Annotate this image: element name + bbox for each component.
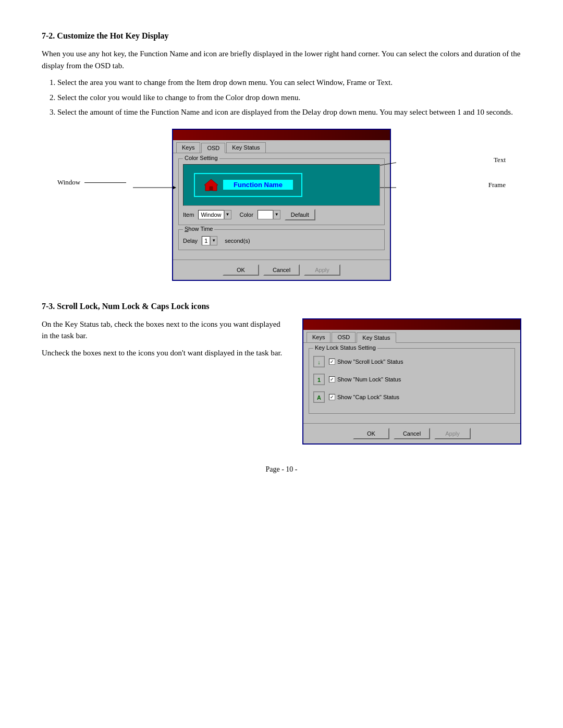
osd-dialog-container: Window Text Frame xyxy=(42,129,521,281)
color-label: Color xyxy=(240,212,253,218)
key-lock-label: Key Lock Status Setting xyxy=(313,344,377,351)
svg-rect-4 xyxy=(210,187,213,191)
show-time-group: Show Time Delay 1 ▼ second(s) xyxy=(178,229,385,250)
text-annotation: Text xyxy=(494,156,506,164)
num-lock-checkbox-label[interactable]: ✓ Show "Num Lock" Status xyxy=(329,376,401,382)
delay-select[interactable]: 1 ▼ xyxy=(202,236,217,245)
seconds-label: second(s) xyxy=(225,238,250,244)
num-lock-icon: 1 xyxy=(313,374,325,385)
frame-annotation: Frame xyxy=(488,181,506,189)
key-lock-group: Key Lock Status Setting ↓ ✓ Show "Scro xyxy=(309,348,515,414)
house-icon xyxy=(203,178,219,192)
caps-lock-row: A ✓ Show "Cap Lock" Status xyxy=(313,391,510,403)
section2-para2: Uncheck the boxes next to the icons you … xyxy=(42,347,287,359)
default-button[interactable]: Default xyxy=(285,209,315,220)
ks-ok-button[interactable]: OK xyxy=(353,428,389,439)
key-status-titlebar xyxy=(303,319,520,330)
item-select-value[interactable]: Window xyxy=(198,210,224,219)
tab-keystatus[interactable]: Key Status xyxy=(226,142,265,153)
osd-window-box: Function Name xyxy=(194,173,302,197)
svg-text:A: A xyxy=(317,394,321,400)
tab-osd[interactable]: OSD xyxy=(201,143,225,153)
num-lock-row: 1 ✓ Show "Num Lock" Status xyxy=(313,374,510,385)
section-para-1: When you use any hot key, the Function N… xyxy=(42,48,521,71)
delay-label: Delay xyxy=(183,238,198,244)
item-select-arrow[interactable]: ▼ xyxy=(224,210,231,219)
color-setting-label: Color Setting xyxy=(183,155,219,161)
footer-text: Page - 10 - xyxy=(265,465,297,473)
show-time-label: Show Time xyxy=(183,226,214,232)
key-status-tabs[interactable]: Keys OSD Key Status xyxy=(303,330,520,343)
caps-lock-text: Show "Cap Lock" Status xyxy=(337,394,399,400)
section-heading-7-2: 7-2. Customize the Hot Key Display xyxy=(42,31,521,41)
dialog-titlebar xyxy=(173,130,390,140)
section-two-layout: On the Key Status tab, check the boxes n… xyxy=(42,318,521,445)
osd-preview: Function Name xyxy=(183,164,380,206)
caps-lock-checkbox-label[interactable]: ✓ Show "Cap Lock" Status xyxy=(329,394,399,400)
ks-cancel-button[interactable]: Cancel xyxy=(394,428,430,439)
step-2: Select the color you would like to chang… xyxy=(57,92,521,104)
ks-dialog-buttons: OK Cancel Apply xyxy=(303,423,520,443)
color-setting-group: Color Setting Function Name Item xyxy=(178,158,385,225)
ok-button[interactable]: OK xyxy=(223,264,259,276)
scroll-lock-icon: ↓ xyxy=(313,356,325,367)
tab-keys[interactable]: Keys xyxy=(176,142,200,153)
step-1: Select the area you want to change from … xyxy=(57,77,521,89)
svg-text:1: 1 xyxy=(317,376,321,382)
scroll-lock-row: ↓ ✓ Show "Scroll Lock" Status xyxy=(313,356,510,367)
window-annotation: Window xyxy=(57,178,126,187)
page-footer: Page - 10 - xyxy=(42,465,521,474)
svg-text:↓: ↓ xyxy=(317,359,320,365)
ks-tab-keys[interactable]: Keys xyxy=(307,332,331,342)
section2-para1: On the Key Status tab, check the boxes n… xyxy=(42,318,287,342)
scroll-lock-checkbox-label[interactable]: ✓ Show "Scroll Lock" Status xyxy=(329,359,403,365)
ks-tab-osd[interactable]: OSD xyxy=(332,332,356,342)
dialog-tabs[interactable]: Keys OSD Key Status xyxy=(173,140,390,153)
ks-apply-button[interactable]: Apply xyxy=(434,428,471,439)
section-7-3: 7-3. Scroll Lock, Num Lock & Caps Lock i… xyxy=(42,302,521,445)
apply-button[interactable]: Apply xyxy=(304,264,340,276)
scroll-lock-checkbox[interactable]: ✓ xyxy=(329,359,335,365)
steps-list: Select the area you want to change from … xyxy=(57,77,521,118)
section-two-text: On the Key Status tab, check the boxes n… xyxy=(42,318,287,445)
color-swatch[interactable] xyxy=(258,210,273,219)
section-heading-7-3: 7-3. Scroll Lock, Num Lock & Caps Lock i… xyxy=(42,302,521,311)
delay-row: Delay 1 ▼ second(s) xyxy=(183,236,380,245)
cancel-button[interactable]: Cancel xyxy=(263,264,300,276)
osd-dialog: Keys OSD Key Status Color Setting xyxy=(172,129,391,281)
ks-dialog-body: Key Lock Status Setting ↓ ✓ Show "Scro xyxy=(303,343,520,423)
color-select[interactable]: ▼ xyxy=(258,210,280,219)
key-status-dialog: Keys OSD Key Status Key Lock Status Sett… xyxy=(302,318,521,445)
ks-tab-keystatus[interactable]: Key Status xyxy=(357,332,396,343)
function-name-text: Function Name xyxy=(223,180,293,190)
dialog-buttons: OK Cancel Apply xyxy=(173,260,390,280)
section-7-2: 7-2. Customize the Hot Key Display When … xyxy=(42,31,521,281)
num-lock-checkbox[interactable]: ✓ xyxy=(329,376,335,382)
item-select[interactable]: Window ▼ xyxy=(198,210,231,219)
key-status-dialog-container: Keys OSD Key Status Key Lock Status Sett… xyxy=(302,318,521,445)
num-lock-text: Show "Num Lock" Status xyxy=(337,376,401,382)
dialog-body: Color Setting Function Name Item xyxy=(173,153,390,260)
color-select-arrow[interactable]: ▼ xyxy=(273,210,280,219)
caps-lock-icon: A xyxy=(313,391,325,403)
delay-select-arrow[interactable]: ▼ xyxy=(210,236,217,245)
step-3: Select the amount of time the Function N… xyxy=(57,106,521,118)
delay-select-value[interactable]: 1 xyxy=(202,236,210,245)
item-row: Item Window ▼ Color ▼ Default xyxy=(183,209,380,220)
item-label: Item xyxy=(183,212,194,218)
caps-lock-checkbox[interactable]: ✓ xyxy=(329,394,335,400)
scroll-lock-text: Show "Scroll Lock" Status xyxy=(337,359,403,365)
